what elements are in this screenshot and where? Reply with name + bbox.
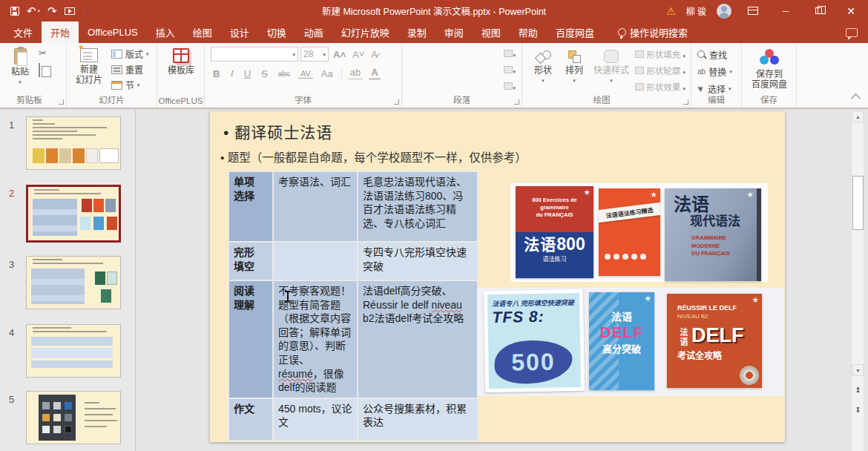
autofit-button[interactable]: ▾ <box>504 79 516 93</box>
tab-draw[interactable]: 绘图 <box>184 22 221 43</box>
table-header-cell[interactable]: 阅读 理解 <box>229 281 272 398</box>
clear-formatting-button[interactable]: A̷ <box>369 49 380 60</box>
quick-styles-button[interactable]: 快速样式 ▾ <box>591 46 632 83</box>
font-size-combo[interactable]: 28▾ <box>300 47 329 62</box>
customize-qat-button[interactable]: ▾ <box>82 8 85 13</box>
table-cell[interactable]: 法语delf高分突破、Réussir le delf niveau b2法语de… <box>358 281 477 398</box>
redo-button[interactable]: ↷ <box>47 4 57 18</box>
minimize-button[interactable]: ─ <box>775 0 797 22</box>
star-icon: ★ <box>650 190 657 200</box>
tab-help[interactable]: 帮助 <box>510 22 547 43</box>
paragraph-dialog-launcher[interactable] <box>514 99 519 105</box>
table-cell[interactable] <box>274 243 357 280</box>
comments-button[interactable] <box>837 22 868 43</box>
bold-button[interactable]: B <box>211 68 222 79</box>
tab-view[interactable]: 视图 <box>473 22 510 43</box>
change-case-button[interactable]: Aa <box>319 68 335 79</box>
section-button[interactable]: 节▾ <box>111 78 149 92</box>
cut-button[interactable]: ✂ <box>39 47 47 59</box>
character-spacing-button[interactable]: AV <box>298 69 313 79</box>
reset-button[interactable]: 重置 <box>111 62 149 76</box>
table-cell[interactable]: 专四专八完形填空快速突破 <box>358 243 477 280</box>
collapse-ribbon-button[interactable] <box>851 93 861 103</box>
italic-button[interactable]: I <box>228 68 235 79</box>
slide-thumbnail-1[interactable] <box>26 116 121 170</box>
book-cover-delf-gaofen[interactable]: ★ 法语 DELF 高分突破 <box>589 292 654 390</box>
slide-thumbnail-3[interactable] <box>26 256 121 309</box>
underline-button[interactable]: U <box>242 68 253 79</box>
tab-design[interactable]: 设计 <box>221 22 258 43</box>
table-cell[interactable]: 考察语法、词汇 <box>274 172 357 241</box>
strikethrough-button[interactable]: S <box>259 68 270 79</box>
scroll-down-button[interactable]: ▼ <box>852 364 864 376</box>
tab-baidu-netdisk[interactable]: 百度网盘 <box>547 22 603 43</box>
find-button[interactable]: 查找 <box>697 47 732 62</box>
clipboard-dialog-launcher[interactable] <box>59 99 64 105</box>
paste-button[interactable]: 粘贴 ▾ <box>4 45 36 85</box>
tab-record[interactable]: 录制 <box>398 22 435 43</box>
shapes-button[interactable]: 形状 ▾ <box>530 46 556 83</box>
save-button[interactable] <box>10 7 19 16</box>
arrange-button[interactable]: 排列 ▾ <box>561 46 588 83</box>
copy-button[interactable] <box>39 64 47 77</box>
new-slide-button[interactable]: 新建 幻灯片 <box>70 45 108 86</box>
scroll-up-button[interactable]: ▲ <box>852 111 864 122</box>
scrollbar-thumb[interactable] <box>852 176 864 230</box>
slide-thumbnail-2-selected[interactable] <box>26 185 121 243</box>
shape-outline-button[interactable]: 形状轮廓 ▾ <box>635 65 685 76</box>
close-button[interactable]: ✕ <box>840 0 862 22</box>
table-cell[interactable]: 公众号搜集素材，积累表达 <box>358 399 477 440</box>
tab-insert[interactable]: 插入 <box>147 22 184 43</box>
tab-officeplus[interactable]: OfficePLUS <box>79 22 147 43</box>
book-cover-grammaire-800[interactable]: ★ 800 Exercices de grammaire du FRANÇAIS… <box>516 186 594 278</box>
replace-button[interactable]: ab替换▾ <box>697 65 732 79</box>
highlight-color-button[interactable]: ab <box>348 67 363 80</box>
table-cell[interactable]: 450 mots，议论文 <box>274 399 357 440</box>
align-text-button[interactable]: ▾ <box>504 47 516 60</box>
slide-canvas[interactable]: • 翻译硕士法语 • 题型（一般都是自命题，每个学校题型不一样，仅供参考） 单项… <box>210 111 785 442</box>
book-cover-jingxuan[interactable]: ★ 法语语法练习精选 <box>599 188 660 276</box>
drawing-dialog-launcher[interactable] <box>683 99 688 105</box>
book-cover-grammaire-moderne[interactable]: ★ 法语 现代语法 GRAMMAIRE MODERNE DU FRANÇAIS <box>665 188 761 281</box>
ribbon-display-options-button[interactable] <box>742 0 764 22</box>
slide-thumbnail-5[interactable] <box>26 391 121 444</box>
slide-subtitle[interactable]: • 题型（一般都是自命题，每个学校题型不一样，仅供参考） <box>220 148 527 165</box>
book-cover-reussir-delf[interactable]: ★ RÉUSSIR LE DELF NIVEAU B2 法语 DELF 考试全攻… <box>667 294 762 388</box>
tab-file[interactable]: 文件 <box>0 22 42 43</box>
tell-me-search[interactable]: 操作说明搜索 <box>609 22 697 43</box>
table-header-cell[interactable]: 完形 填空 <box>229 243 272 280</box>
subscript-button[interactable]: abc <box>276 70 292 78</box>
table-header-cell[interactable]: 作文 <box>229 399 272 440</box>
slide-title[interactable]: • 翻译硕士法语 <box>223 120 332 142</box>
layout-button[interactable]: 版式▾ <box>111 47 149 61</box>
table-header-cell[interactable]: 单项 选择 <box>229 172 272 241</box>
tab-slideshow[interactable]: 幻灯片放映 <box>332 22 398 43</box>
save-to-baidu-button[interactable]: 保存到 百度网盘 <box>749 45 789 90</box>
user-name[interactable]: 柳 骏 <box>686 4 706 17</box>
restore-button[interactable] <box>807 0 829 22</box>
slide-table[interactable]: 单项 选择 考察语法、词汇 毛意忠法语现代语法、法语语法练习800、冯百才法语语… <box>228 171 479 441</box>
undo-button[interactable]: ↶▾ <box>27 4 40 18</box>
slide-thumbnail-4[interactable] <box>26 324 121 378</box>
shape-fill-button[interactable]: 形状填充 ▾ <box>635 48 685 60</box>
font-name-combo[interactable]: ▾ <box>211 47 298 62</box>
book-cover-tfs8-500[interactable]: 法语专八 完形填空快速突破 TFS 8: 500 <box>484 289 585 392</box>
previous-slide-button[interactable]: ▲▲ <box>852 383 864 395</box>
tab-transitions[interactable]: 切换 <box>258 22 295 43</box>
increase-font-button[interactable]: A˄ <box>331 49 348 60</box>
next-slide-button[interactable]: ▼▼ <box>852 404 864 416</box>
decrease-font-button[interactable]: A˅ <box>350 49 366 60</box>
font-dialog-launcher[interactable] <box>394 99 399 105</box>
vertical-scrollbar[interactable]: ▲ ▼ ▲▲ ▼▼ <box>851 111 864 451</box>
tab-animations[interactable]: 动画 <box>295 22 332 43</box>
avatar[interactable] <box>717 4 731 19</box>
tab-home[interactable]: 开始 <box>42 22 79 43</box>
warning-icon[interactable]: ⚠ <box>666 5 676 17</box>
template-library-button[interactable]: 模板库 <box>162 45 200 76</box>
shape-effects-button[interactable]: 形状效果 ▾ <box>635 81 685 93</box>
text-vertical-button[interactable]: ▾ <box>504 63 516 76</box>
tab-review[interactable]: 审阅 <box>435 22 473 43</box>
table-cell[interactable]: 毛意忠法语现代语法、法语语法练习800、冯百才法语语法练习精选、专八核心词汇 <box>358 172 477 241</box>
start-slideshow-button[interactable] <box>65 7 75 15</box>
font-color-button[interactable]: A <box>369 67 380 80</box>
